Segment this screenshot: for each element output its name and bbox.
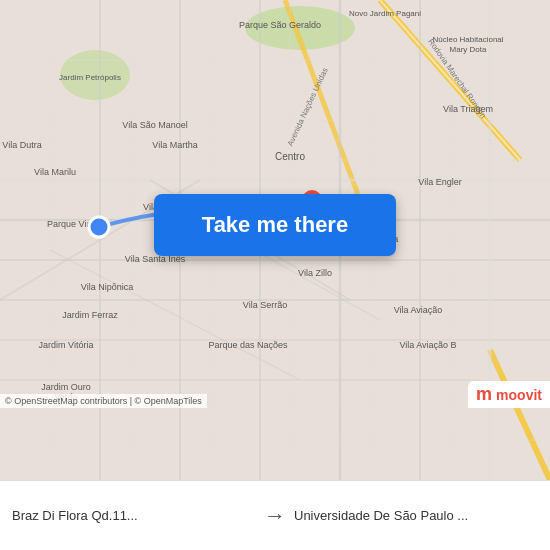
svg-text:Mary Dota: Mary Dota bbox=[450, 45, 487, 54]
svg-text:Jardim Petrópolis: Jardim Petrópolis bbox=[59, 73, 121, 82]
route-from-text: Braz Di Flora Qd.11... bbox=[12, 508, 256, 523]
attribution: © OpenStreetMap contributors | © OpenMap… bbox=[0, 394, 207, 408]
svg-text:Vila São Manoel: Vila São Manoel bbox=[122, 120, 187, 130]
svg-point-69 bbox=[89, 217, 109, 237]
svg-text:Vila Martha: Vila Martha bbox=[152, 140, 197, 150]
svg-text:Vila Zillo: Vila Zillo bbox=[298, 268, 332, 278]
svg-text:Vila Serrão: Vila Serrão bbox=[243, 300, 287, 310]
route-to-text: Universidade De São Paulo ... bbox=[294, 508, 538, 523]
svg-text:Novo Jardim Pagani: Novo Jardim Pagani bbox=[349, 9, 421, 18]
moovit-logo: m moovit bbox=[468, 381, 550, 408]
take-me-there-button[interactable]: Take me there bbox=[154, 194, 396, 256]
svg-text:Vila Dutra: Vila Dutra bbox=[2, 140, 41, 150]
svg-text:Vila Aviação: Vila Aviação bbox=[394, 305, 443, 315]
svg-text:Parque São Geraldo: Parque São Geraldo bbox=[239, 20, 321, 30]
attribution-text: © OpenStreetMap contributors | © OpenMap… bbox=[5, 396, 202, 406]
moovit-icon: m bbox=[476, 384, 492, 405]
app: Parque São Geraldo Novo Jardim Pagani Ja… bbox=[0, 0, 550, 550]
svg-text:Jardim Vitória: Jardim Vitória bbox=[39, 340, 94, 350]
map-container: Parque São Geraldo Novo Jardim Pagani Ja… bbox=[0, 0, 550, 480]
svg-text:Jardim Ferraz: Jardim Ferraz bbox=[62, 310, 118, 320]
route-from: Braz Di Flora Qd.11... bbox=[12, 508, 256, 523]
svg-text:Centro: Centro bbox=[275, 151, 305, 162]
route-arrow-icon: → bbox=[264, 503, 286, 529]
moovit-label: moovit bbox=[496, 387, 542, 403]
route-to: Universidade De São Paulo ... bbox=[294, 508, 538, 523]
bottom-bar: Braz Di Flora Qd.11... → Universidade De… bbox=[0, 480, 550, 550]
svg-text:Jardim Ouro: Jardim Ouro bbox=[41, 382, 91, 392]
svg-text:Vila Marilu: Vila Marilu bbox=[34, 167, 76, 177]
svg-text:Vila Nipônica: Vila Nipônica bbox=[81, 282, 133, 292]
svg-text:Parque das Nações: Parque das Nações bbox=[208, 340, 288, 350]
svg-text:Núcleo Habitacional: Núcleo Habitacional bbox=[432, 35, 503, 44]
svg-text:Vila Aviação B: Vila Aviação B bbox=[399, 340, 456, 350]
svg-text:Vila Engler: Vila Engler bbox=[418, 177, 461, 187]
